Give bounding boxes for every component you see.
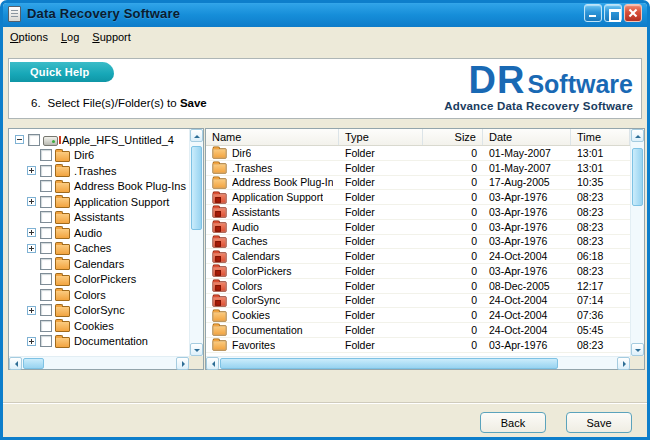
tree-checkbox[interactable] [40,149,52,161]
table-hscroll-thumb[interactable] [220,358,558,369]
scroll-left-icon[interactable] [9,357,22,370]
folder-icon [55,321,70,332]
collapse-icon[interactable] [15,135,24,144]
tree-vertical-scrollbar[interactable] [189,129,203,356]
minimize-icon[interactable] [584,4,602,22]
tree-horizontal-scrollbar[interactable] [9,356,189,369]
table-row[interactable]: Application SupportFolder003-Apr-197608:… [206,190,630,205]
table-row[interactable]: Dir6Folder001-May-200713:01 [206,146,630,161]
tree-root-item[interactable]: Apple_HFS_Untitled_4 [15,132,189,148]
table-vertical-scrollbar[interactable] [630,129,644,356]
tree-item[interactable]: Dir6 [27,148,189,164]
folder-icon [55,151,70,162]
scroll-down-icon[interactable] [631,343,644,356]
expand-icon[interactable] [27,337,36,346]
tree-item[interactable]: Application Support [27,194,189,210]
table-vscroll-thumb[interactable] [632,148,643,206]
footer-divider [3,402,647,404]
tree-vscroll-thumb[interactable] [191,146,202,230]
column-header-date[interactable]: Date [483,129,571,145]
tree-checkbox[interactable] [40,196,52,208]
file-name: .Trashes [232,162,272,174]
tree-checkbox[interactable] [40,180,52,192]
tree-checkbox[interactable] [40,335,52,347]
tree-checkbox[interactable] [40,289,52,301]
back-button[interactable]: Back [480,412,546,433]
tree-item-label: Caches [74,242,111,254]
tree-item[interactable]: .Trashes [27,163,189,179]
tree-item[interactable]: Address Book Plug-Ins [27,179,189,195]
table-row[interactable]: FavoritesFolder003-Apr-197608:23 [206,338,630,353]
cell-time: 06:18 [571,249,630,263]
scroll-up-icon[interactable] [631,129,644,142]
menu-item-options[interactable]: Options [10,31,48,43]
column-header-name[interactable]: Name [206,129,339,145]
tree-checkbox[interactable] [40,304,52,316]
table-row[interactable]: .TrashesFolder001-May-200713:01 [206,161,630,176]
window-title: Data Recovery Software [27,6,180,21]
tree-item[interactable]: Caches [27,241,189,257]
table-row[interactable]: Address Book Plug-InsFolder017-Aug-20051… [206,176,630,191]
expand-icon[interactable] [27,228,36,237]
table-row[interactable]: DocumentationFolder024-Oct-200405:45 [206,323,630,338]
menu-bar: OptionsLogSupport [3,27,647,46]
column-header-time[interactable]: Time [571,129,630,145]
menu-item-log[interactable]: Log [61,31,79,43]
expand-icon[interactable] [27,197,36,206]
app-icon [8,6,21,22]
tree-item[interactable]: Documentation [27,334,189,350]
close-icon[interactable] [624,4,642,22]
tree-item[interactable]: Calendars [27,256,189,272]
tree-checkbox[interactable] [40,258,52,270]
scroll-left-icon[interactable] [206,357,219,370]
file-name: Assistants [232,206,280,218]
tree-item[interactable]: Audio [27,225,189,241]
folder-orange-icon [212,326,226,336]
folder-orange-icon [212,163,226,173]
cell-size: 0 [423,176,483,190]
cell-type: Folder [339,205,423,219]
scroll-right-icon[interactable] [617,357,630,370]
menu-item-support[interactable]: Support [92,31,131,43]
tree-item[interactable]: ColorSync [27,303,189,319]
cell-type: Folder [339,249,423,263]
column-header-size[interactable]: Size [423,129,483,145]
table-row[interactable]: AudioFolder003-Apr-197608:23 [206,220,630,235]
expand-icon[interactable] [27,166,36,175]
tree-item[interactable]: Cookies [27,318,189,334]
tree-item[interactable]: ColorPickers [27,272,189,288]
tree-item[interactable]: Colors [27,287,189,303]
tree-checkbox[interactable] [40,227,52,239]
table-row[interactable]: ColorPickersFolder003-Apr-197608:23 [206,264,630,279]
tree-checkbox[interactable] [28,134,40,146]
cell-name: Favorites [206,338,339,352]
cell-date: 24-Oct-2004 [483,323,571,337]
table-row[interactable]: CalendarsFolder024-Oct-200406:18 [206,249,630,264]
table-row[interactable]: AssistantsFolder003-Apr-197608:23 [206,205,630,220]
tree-item[interactable]: Assistants [27,210,189,226]
cell-size: 0 [423,220,483,234]
table-horizontal-scrollbar[interactable] [206,356,630,369]
expand-icon[interactable] [27,306,36,315]
cell-size: 0 [423,264,483,278]
maximize-icon[interactable] [604,4,622,22]
scroll-up-icon[interactable] [190,129,203,142]
table-row[interactable]: CachesFolder003-Apr-197608:23 [206,235,630,250]
cell-date: 03-Apr-1976 [483,338,571,352]
scroll-down-icon[interactable] [190,343,203,356]
save-button[interactable]: Save [566,412,632,433]
column-header-type[interactable]: Type [339,129,423,145]
tree-hscroll-thumb[interactable] [23,358,44,369]
table-row[interactable]: CookiesFolder024-Oct-200407:36 [206,308,630,323]
tree-checkbox[interactable] [40,165,52,177]
cell-size: 0 [423,279,483,293]
tree-checkbox[interactable] [40,320,52,332]
expand-icon[interactable] [27,244,36,253]
scroll-right-icon[interactable] [176,357,189,370]
cell-size: 0 [423,146,483,160]
tree-checkbox[interactable] [40,242,52,254]
tree-checkbox[interactable] [40,273,52,285]
tree-checkbox[interactable] [40,211,52,223]
table-row[interactable]: ColorsFolder008-Dec-200512:17 [206,279,630,294]
table-row[interactable]: ColorSyncFolder024-Oct-200407:14 [206,294,630,309]
